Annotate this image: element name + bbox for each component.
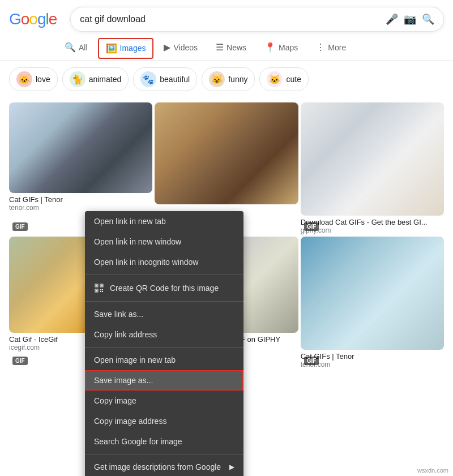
search-submit-button[interactable]: 🔍 — [422, 13, 434, 25]
svg-rect-1 — [96, 285, 97, 286]
qr-icon — [94, 283, 104, 293]
context-copy-link[interactable]: Copy link address — [85, 324, 243, 345]
chip-cute-label: cute — [286, 75, 301, 84]
chip-cute[interactable]: 🐱 cute — [259, 67, 308, 91]
tab-maps[interactable]: 📍 Maps — [257, 36, 306, 60]
chip-animated-label: animated — [89, 75, 122, 84]
chip-love-label: love — [36, 75, 50, 84]
context-copy-image-address[interactable]: Copy image address — [85, 411, 243, 431]
image-source-5: tenor.com — [301, 361, 444, 368]
logo-g: G — [9, 10, 21, 28]
chip-funny[interactable]: 😺 funny — [202, 67, 255, 91]
context-copy-image-address-label: Copy image address — [94, 417, 166, 426]
image-thumb-0 — [9, 102, 152, 193]
more-icon: ⋮ — [316, 42, 325, 53]
context-open-image-tab-label: Open image in new tab — [94, 355, 176, 364]
logo-e: e — [49, 10, 57, 28]
context-open-new-window[interactable]: Open link in new window — [85, 231, 243, 252]
images-icon: 🖼️ — [106, 43, 117, 54]
chip-beautiful[interactable]: 🐾 beautiful — [133, 67, 197, 91]
svg-rect-6 — [100, 289, 101, 290]
search-icons: 🎤 📷 🔍 — [386, 13, 434, 25]
image-grid: GIF Cat GIFs | Tenor tenor.com GIF Downl… — [0, 98, 453, 373]
lens-search-button[interactable]: 📷 — [404, 13, 416, 25]
image-item-2[interactable]: GIF Download Cat GIFs - Get the best GI.… — [301, 102, 444, 234]
image-item-5[interactable]: GIF Cat GIFs | Tenor tenor.com — [301, 237, 444, 368]
logo-g2: g — [37, 10, 46, 28]
image-source-0: tenor.com — [9, 204, 152, 212]
tab-more[interactable]: ⋮ More — [308, 36, 354, 60]
context-open-incognito[interactable]: Open link in incognito window — [85, 252, 243, 272]
context-save-link-as-label: Save link as... — [94, 310, 143, 319]
tab-videos-label: Videos — [173, 43, 198, 52]
watermark: wsxdn.com — [417, 467, 448, 474]
gif-badge-2: GIF — [304, 222, 319, 231]
context-separator-2 — [85, 301, 243, 302]
image-thumb-5 — [301, 237, 444, 350]
context-open-new-window-label: Open link in new window — [94, 237, 181, 246]
context-save-image-as[interactable]: Save image as... — [85, 370, 243, 391]
context-copy-image[interactable]: Copy image — [85, 391, 243, 411]
context-separator-1 — [85, 275, 243, 275]
context-search-google-image[interactable]: Search Google for image — [85, 431, 243, 452]
context-search-google-image-label: Search Google for image — [94, 437, 182, 446]
tab-all[interactable]: 🔍 All — [57, 36, 96, 60]
context-save-link-as[interactable]: Save link as... — [85, 304, 243, 324]
tab-news[interactable]: ☰ News — [208, 36, 254, 60]
chip-funny-thumb: 😺 — [209, 71, 225, 87]
svg-rect-3 — [101, 285, 102, 286]
context-menu[interactable]: Open link in new tab Open link in new wi… — [85, 211, 243, 476]
tab-news-label: News — [226, 43, 246, 52]
context-copy-image-label: Copy image — [94, 396, 136, 405]
gif-badge-3: GIF — [12, 357, 28, 365]
context-separator-4 — [85, 454, 243, 454]
chip-beautiful-thumb: 🐾 — [140, 71, 156, 87]
filter-chips: 🐱 love 🐈 animated 🐾 beautiful 😺 funny 🐱 … — [0, 61, 453, 98]
search-bar[interactable]: 🎤 📷 🔍 — [70, 7, 444, 32]
image-label-2: Download Cat GIFs - Get the best GI... — [301, 218, 444, 226]
news-icon: ☰ — [216, 42, 224, 53]
tab-images-label: Images — [120, 44, 146, 53]
logo-o1: o — [21, 10, 29, 28]
svg-rect-5 — [96, 290, 97, 291]
image-thumb-2 — [301, 102, 444, 216]
nav-tabs: 🔍 All 🖼️ Images ▶ Videos ☰ News 📍 Maps ⋮… — [0, 34, 453, 61]
context-separator-3 — [85, 347, 243, 348]
context-open-image-tab[interactable]: Open image in new tab — [85, 350, 243, 370]
chip-animated[interactable]: 🐈 animated — [62, 67, 129, 91]
search-input[interactable] — [80, 14, 381, 24]
image-label-0: Cat GIFs | Tenor — [9, 195, 152, 204]
image-thumb-1 — [155, 102, 298, 204]
context-get-descriptions-label: Get image descriptions from Google — [94, 462, 221, 471]
submenu-arrow-icon: ▶ — [229, 463, 234, 471]
header: Google 🎤 📷 🔍 — [0, 0, 453, 32]
svg-rect-7 — [102, 289, 103, 290]
tab-all-label: All — [79, 43, 88, 52]
chip-love-thumb: 🐱 — [16, 71, 32, 87]
videos-icon: ▶ — [164, 42, 170, 53]
voice-search-button[interactable]: 🎤 — [386, 13, 398, 25]
context-open-new-tab-label: Open link in new tab — [94, 217, 166, 226]
image-source-2: giphy.com — [301, 226, 444, 234]
context-get-descriptions[interactable]: Get image descriptions from Google ▶ — [85, 457, 243, 476]
gif-badge-5: GIF — [304, 357, 319, 365]
svg-rect-8 — [100, 291, 101, 292]
context-save-image-as-label: Save image as... — [94, 376, 153, 385]
context-create-qr-label: Create QR Code for this image — [110, 284, 219, 293]
search-icon: 🔍 — [65, 42, 76, 53]
context-copy-link-label: Copy link address — [94, 330, 157, 339]
chip-funny-label: funny — [228, 75, 247, 84]
tab-images[interactable]: 🖼️ Images — [98, 38, 154, 59]
context-create-qr[interactable]: Create QR Code for this image — [85, 277, 243, 299]
tab-maps-label: Maps — [279, 43, 298, 52]
context-open-new-tab[interactable]: Open link in new tab — [85, 211, 243, 231]
tab-more-label: More — [328, 43, 346, 52]
context-open-incognito-label: Open link in incognito window — [94, 258, 198, 267]
chip-cute-thumb: 🐱 — [267, 71, 283, 87]
chip-animated-thumb: 🐈 — [70, 71, 86, 87]
tab-videos[interactable]: ▶ Videos — [156, 36, 206, 60]
logo-o2: o — [29, 10, 37, 28]
image-label-5: Cat GIFs | Tenor — [301, 352, 444, 361]
maps-icon: 📍 — [264, 42, 276, 53]
chip-love[interactable]: 🐱 love — [9, 67, 58, 91]
